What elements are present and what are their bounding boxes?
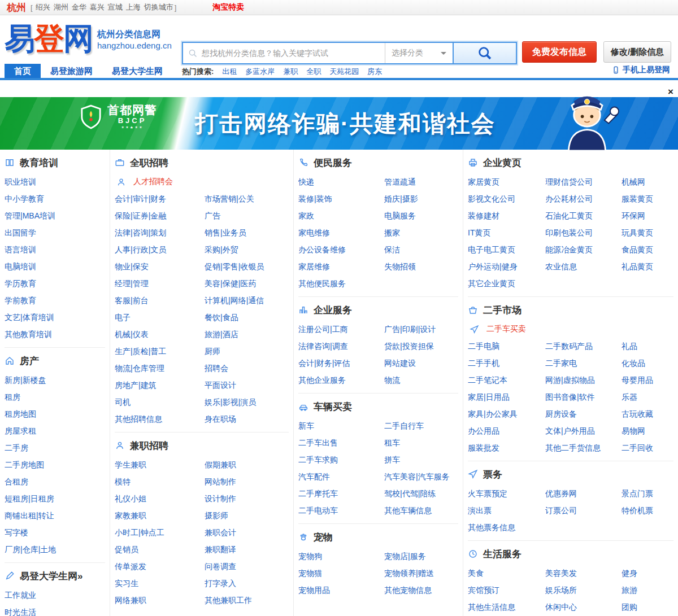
category-link[interactable]: 促销|零售|收银员 (205, 258, 289, 275)
mobile-site-link[interactable]: 手机上易登网 (612, 65, 670, 75)
category-link[interactable]: 二手房地图 (5, 456, 105, 473)
category-link[interactable]: 二手摩托车 (298, 485, 384, 502)
category-link[interactable]: 古玩收藏 (621, 405, 673, 422)
category-link[interactable]: 其他教育培训 (5, 326, 105, 343)
category-link[interactable]: 房屋求租 (5, 422, 105, 439)
category-link[interactable]: 招聘会 (205, 360, 289, 377)
category-select[interactable]: 选择分类 (385, 43, 453, 63)
category-link[interactable]: 注册公司|工商 (298, 321, 384, 338)
category-link[interactable]: 农业信息 (545, 258, 621, 275)
category-link[interactable]: 兼职会计 (205, 524, 289, 541)
category-link[interactable]: 特价机票 (621, 502, 673, 519)
category-link[interactable]: 食品黄页 (621, 241, 673, 258)
category-link[interactable]: 电子电工黄页 (468, 241, 545, 258)
city-link[interactable]: 宣城 (108, 3, 123, 11)
category-link[interactable]: 宠物用品 (298, 582, 384, 598)
category-link[interactable]: 二手房 (5, 439, 105, 456)
category-link[interactable]: 服装黄页 (621, 190, 673, 207)
category-link[interactable]: 汽车配件 (298, 468, 384, 485)
switch-city-link[interactable]: 切换城市 (144, 2, 173, 12)
category-link[interactable]: 模特 (115, 473, 205, 490)
category-link[interactable]: 娱乐|影视|演员 (205, 394, 289, 410)
search-input[interactable] (202, 49, 385, 58)
category-link[interactable]: 快递 (298, 173, 384, 190)
category-link[interactable]: 中小学教育 (5, 190, 105, 207)
category-link[interactable]: 设计制作 (205, 490, 289, 507)
category-link[interactable]: 法律咨询|调查 (298, 338, 384, 355)
category-link[interactable]: 宠物狗 (298, 548, 384, 565)
category-link[interactable]: 短租房|日租房 (5, 490, 105, 507)
category-link[interactable]: 计算机|网络|通信 (205, 292, 289, 309)
category-link[interactable]: 礼品黄页 (621, 258, 673, 275)
category-link[interactable]: 办公耗材公司 (545, 190, 621, 207)
category-link[interactable]: 人事|行政|文员 (115, 241, 205, 258)
anti-fraud-banner[interactable]: 首都网警 BJCP ✶✶★✶✶ 打击网络诈骗·共建和谐社会 (0, 97, 678, 150)
category-link[interactable]: 生产|质检|普工 (115, 343, 205, 360)
category-link[interactable]: 新车 (298, 417, 384, 434)
category-link[interactable]: 新房|新楼盘 (5, 372, 105, 388)
category-link[interactable]: 旅游|酒店 (205, 326, 289, 343)
category-link[interactable]: 装修建材 (468, 207, 545, 224)
category-link[interactable]: 景点门票 (621, 485, 673, 502)
category-link[interactable]: 家居维修 (298, 258, 384, 275)
search-button[interactable] (453, 43, 516, 63)
category-link[interactable]: 宠物猫 (298, 565, 384, 582)
category-link[interactable]: 礼品 (621, 338, 673, 355)
category-link[interactable]: 市场营销|公关 (205, 190, 289, 207)
category-link[interactable]: 传单派发 (115, 558, 205, 575)
category-link[interactable]: 出国留学 (5, 224, 105, 241)
category-link[interactable]: 法律|咨询|策划 (115, 224, 205, 241)
category-link[interactable]: 厂房|仓库|土地 (5, 541, 105, 558)
category-link[interactable]: 机械网 (621, 173, 673, 190)
category-link[interactable]: 物业|保安 (115, 258, 205, 275)
category-link[interactable]: 网游|虚拟物品 (545, 372, 621, 388)
category-link[interactable]: 客服|前台 (115, 292, 205, 309)
category-link[interactable]: 其他二手货信息 (545, 439, 621, 456)
category-link[interactable]: 网络兼职 (115, 592, 205, 609)
modify-delete-button[interactable]: 修改/删除信息 (603, 41, 671, 63)
category-link[interactable]: 家具|办公家具 (468, 405, 545, 422)
category-link[interactable]: 二手数码产品 (545, 338, 621, 355)
site-logo[interactable]: 易登网 (5, 19, 93, 60)
category-link[interactable]: 休闲中心 (545, 598, 621, 615)
category-link[interactable]: 其他便民服务 (298, 275, 384, 292)
category-link[interactable]: 婚庆|摄影 (384, 190, 458, 207)
category-link[interactable]: 餐饮|食品 (205, 309, 289, 326)
category-link[interactable]: 其它企业黄页 (468, 275, 545, 292)
category-link[interactable]: 拼车 (384, 451, 458, 468)
category-link[interactable]: 户外运动|健身 (468, 258, 545, 275)
category-link[interactable]: 二手回收 (621, 439, 673, 456)
city-link[interactable]: 湖州 (54, 3, 68, 11)
city-link[interactable]: 上海 (126, 3, 141, 11)
category-link[interactable]: 能源冶金黄页 (545, 241, 621, 258)
category-link[interactable]: 家居|日用品 (468, 388, 545, 405)
category-link[interactable]: 工作就业 (5, 587, 105, 604)
category-link[interactable]: 租房 (5, 388, 105, 405)
category-link[interactable]: 火车票预定 (468, 485, 545, 502)
nav-tab[interactable]: 首页 (5, 64, 41, 78)
category-link[interactable]: 驾校|代驾|陪练 (384, 485, 458, 502)
city-link[interactable]: 绍兴 (36, 3, 50, 11)
category-link[interactable]: 司机 (115, 394, 205, 410)
category-link[interactable]: 理财信贷公司 (545, 173, 621, 190)
category-link[interactable]: 租房地图 (5, 405, 105, 422)
category-link[interactable]: 小时工|钟点工 (115, 524, 205, 541)
nav-tab[interactable]: 易登大学生网 (102, 64, 172, 78)
category-link[interactable]: 文体|户外用品 (545, 422, 621, 439)
category-link[interactable]: 美容美发 (545, 565, 621, 582)
category-link[interactable]: 团购 (621, 598, 673, 615)
featured-link[interactable]: 二手车买卖 (486, 324, 526, 334)
category-link[interactable]: 广告|印刷|设计 (384, 321, 458, 338)
category-link[interactable]: 化妆品 (621, 355, 673, 372)
category-link[interactable]: 礼仪小姐 (115, 490, 205, 507)
category-link[interactable]: 搬家 (384, 224, 458, 241)
category-link[interactable]: 健身 (621, 565, 673, 582)
close-icon[interactable]: × (668, 87, 673, 97)
category-link[interactable]: 保险|证券|金融 (115, 207, 205, 224)
category-link[interactable]: 电脑培训 (5, 258, 105, 275)
category-link[interactable]: 保洁 (384, 241, 458, 258)
category-link[interactable]: 易物网 (621, 422, 673, 439)
featured-link[interactable]: 人才招聘会 (133, 177, 173, 187)
publish-button[interactable]: 免费发布信息 (522, 41, 597, 63)
category-link[interactable]: 家居黄页 (468, 173, 545, 190)
